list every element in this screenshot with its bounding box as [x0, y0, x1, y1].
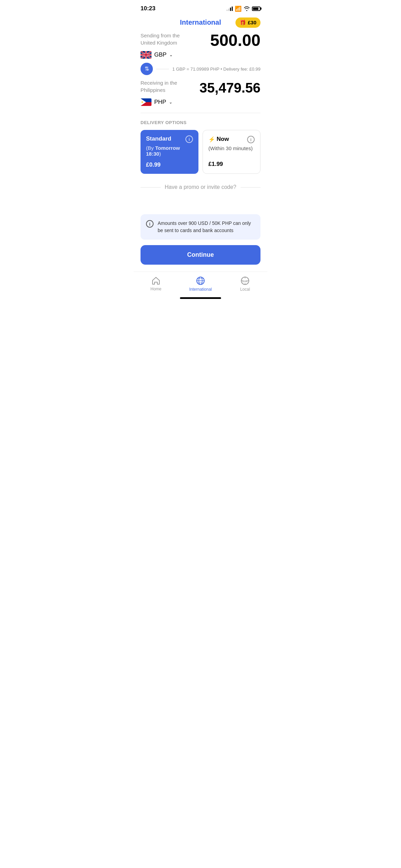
delivery-options-section: DELIVERY OPTIONS Standard i (By Tomorrow… — [141, 120, 260, 174]
nav-item-local[interactable]: EUR Local — [233, 276, 257, 292]
delivery-standard-highlight: Tomorrow 18:30 — [146, 145, 180, 157]
delivery-option-now[interactable]: ⚡ Now i (Within 30 minutes) £1.99 — [203, 130, 260, 174]
receiving-currency-chevron: ⌄ — [169, 100, 172, 105]
nav-item-home[interactable]: Home — [144, 276, 168, 291]
page-header: International 🎁 £30 — [134, 15, 267, 32]
section-divider — [141, 113, 260, 113]
delivery-now-info-button[interactable]: i — [247, 136, 255, 143]
lightning-icon: ⚡ — [208, 136, 215, 143]
exchange-rate-row: ⇅ 1 GBP = 71.09989 PHP • Delivery fee: £… — [141, 63, 260, 75]
receiving-in-label: Receiving in thePhilippines — [141, 79, 177, 94]
promo-line-left — [141, 187, 161, 188]
nav-home-label: Home — [150, 287, 161, 291]
gift-icon: 🎁 — [240, 20, 246, 26]
delivery-standard-info-button[interactable]: i — [185, 135, 193, 143]
wifi-icon: 📶 — [235, 5, 242, 12]
sending-from-label: Sending from theUnited Kingdom — [141, 32, 180, 46]
receiving-section: Receiving in thePhilippines 35,479.56 PH… — [141, 79, 260, 106]
swap-arrows-icon: ⇅ — [145, 66, 149, 72]
delivery-now-title: Now — [217, 136, 229, 143]
promo-text: Have a promo or invite code? — [165, 184, 236, 190]
sending-section: Sending from theUnited Kingdom 500.00 GB… — [141, 32, 260, 59]
uk-flag-icon — [141, 51, 151, 59]
sending-currency-code: GBP — [154, 51, 167, 58]
status-time: 10:23 — [141, 5, 155, 12]
globe-icon — [196, 276, 205, 286]
sending-currency-selector[interactable]: GBP ⌄ — [141, 51, 260, 59]
receiving-currency-code: PHP — [154, 99, 166, 106]
spacer — [141, 201, 260, 214]
delivery-option-standard[interactable]: Standard i (By Tomorrow 18:30) £0.99 — [141, 130, 198, 174]
delivery-now-subtitle: (Within 30 minutes) — [208, 145, 255, 151]
nav-local-label: Local — [240, 287, 250, 292]
wifi-icon — [244, 6, 250, 11]
delivery-standard-title: Standard — [146, 135, 171, 142]
delivery-standard-header: Standard i — [146, 135, 193, 143]
main-content: Sending from theUnited Kingdom 500.00 GB… — [134, 32, 267, 272]
promo-badge-label: £30 — [248, 20, 256, 25]
home-bar — [134, 294, 267, 300]
battery-icon — [252, 7, 260, 11]
sending-currency-chevron: ⌄ — [169, 52, 173, 57]
svg-text:EUR: EUR — [243, 280, 248, 282]
exchange-rate-info: 1 GBP = 71.09989 PHP • Delivery fee: £0.… — [172, 67, 260, 72]
promo-line-right — [241, 187, 261, 188]
info-notice-icon: i — [146, 220, 154, 228]
status-icons: 📶 — [227, 5, 260, 12]
home-bar-indicator — [180, 297, 221, 299]
sending-amount-row: Sending from theUnited Kingdom 500.00 — [141, 32, 260, 49]
promo-section[interactable]: Have a promo or invite code? — [141, 184, 260, 190]
sending-amount[interactable]: 500.00 — [210, 32, 260, 49]
exchange-divider-line — [156, 69, 169, 69]
receiving-label: Receiving in thePhilippines — [141, 79, 177, 96]
delivery-now-header: ⚡ Now i — [208, 136, 255, 143]
receiving-amount[interactable]: 35,479.56 — [199, 80, 260, 96]
nav-international-label: International — [189, 287, 212, 292]
signal-icon — [227, 6, 233, 11]
receiving-amount-row: Receiving in thePhilippines 35,479.56 — [141, 79, 260, 96]
delivery-standard-price: £0.99 — [146, 161, 193, 168]
delivery-now-price: £1.99 — [208, 161, 255, 168]
delivery-options-header: DELIVERY OPTIONS — [141, 120, 260, 125]
delivery-options-grid: Standard i (By Tomorrow 18:30) £0.99 ⚡ N… — [141, 130, 260, 174]
promo-badge[interactable]: 🎁 £30 — [235, 17, 260, 28]
info-notice: i Amounts over 900 USD / 50K PHP can onl… — [141, 214, 260, 240]
sending-label: Sending from theUnited Kingdom — [141, 32, 180, 49]
home-icon — [151, 276, 160, 285]
status-bar: 10:23 📶 — [134, 0, 267, 15]
delivery-standard-subtitle: (By Tomorrow 18:30) — [146, 145, 193, 157]
nav-item-international[interactable]: International — [189, 276, 212, 292]
page-title: International — [180, 19, 221, 26]
receiving-currency-selector[interactable]: PHP ⌄ — [141, 98, 260, 106]
continue-button[interactable]: Continue — [141, 245, 260, 265]
bottom-navigation: Home International EUR Local — [134, 272, 267, 294]
local-icon: EUR — [240, 276, 250, 286]
swap-button[interactable]: ⇅ — [141, 63, 153, 75]
ph-flag-icon — [141, 98, 151, 106]
info-notice-text: Amounts over 900 USD / 50K PHP can only … — [158, 220, 255, 234]
